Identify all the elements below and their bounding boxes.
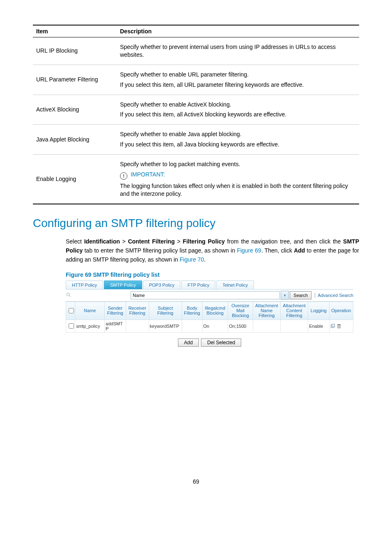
operation-cell xyxy=(329,320,353,332)
search-name-input[interactable] xyxy=(131,291,280,299)
search-dropdown-icon[interactable]: ▾ xyxy=(281,291,289,300)
header-description: Description xyxy=(117,25,359,37)
svg-line-1 xyxy=(69,295,71,297)
table-item-cell: URL IP Blocking xyxy=(33,37,117,65)
table-desc-cell: Specify whether to enable Java applet bl… xyxy=(117,125,359,155)
search-button[interactable]: Search xyxy=(290,291,311,299)
svg-rect-5 xyxy=(337,324,341,325)
row-checkbox[interactable] xyxy=(69,323,74,329)
grid-header: Logging xyxy=(308,302,330,320)
table-desc-cell: Specify whether to enable URL parameter … xyxy=(117,65,359,95)
table-item-cell: ActiveX Blocking xyxy=(33,95,117,125)
svg-rect-4 xyxy=(338,325,340,328)
table-item-cell: Enable Logging xyxy=(33,155,117,204)
grid-header: Attachment Content Filtering xyxy=(280,302,308,320)
select-all-checkbox[interactable] xyxy=(69,308,74,313)
page-number: 69 xyxy=(33,478,359,485)
tab-pop3-policy[interactable]: POP3 Policy xyxy=(143,280,181,289)
grid-header: Body Filtering xyxy=(182,302,202,320)
add-button[interactable]: Add xyxy=(178,338,199,347)
delete-icon[interactable] xyxy=(337,324,341,329)
svg-point-0 xyxy=(67,293,70,296)
edit-icon[interactable] xyxy=(330,324,335,329)
important-icon: ! xyxy=(120,172,127,180)
grid-header: Attachment Name Filtering xyxy=(253,302,280,320)
grid-header: Illegalcmd Blocking xyxy=(202,302,228,320)
del-selected-button[interactable]: Del Selected xyxy=(201,338,241,347)
figure-69-link[interactable]: Figure 69 xyxy=(237,247,261,254)
tab-http-policy[interactable]: HTTP Policy xyxy=(66,280,103,289)
advanced-search-link[interactable]: Advanced Search xyxy=(315,293,353,298)
description-table: Item Description URL IP BlockingSpecify … xyxy=(33,25,359,204)
tab-telnet-policy[interactable]: Telnet Policy xyxy=(216,280,254,289)
tab-smtp-policy[interactable]: SMTP Policy xyxy=(104,280,142,289)
search-bar: ▾ Search Advanced Search xyxy=(66,290,353,301)
table-item-cell: Java Applet Blocking xyxy=(33,125,117,155)
figure-caption: Figure 69 SMTP filtering policy list xyxy=(66,271,359,278)
grid-header: Receiver Filtering xyxy=(126,302,149,320)
table-item-cell: URL Parameter Filtering xyxy=(33,65,117,95)
policy-grid: NameSender FilteringReceiver FilteringSu… xyxy=(66,301,353,332)
search-icon xyxy=(66,292,71,299)
grid-header: Operation xyxy=(329,302,353,320)
header-item: Item xyxy=(33,25,117,37)
grid-header: Oversize Mail Blocking xyxy=(228,302,253,320)
smtp-policy-screenshot: HTTP PolicySMTP PolicyPOP3 PolicyFTP Pol… xyxy=(66,280,353,346)
grid-header: Name xyxy=(75,302,105,320)
table-desc-cell: Specify whether to enable ActiveX blocki… xyxy=(117,95,359,125)
svg-rect-3 xyxy=(332,324,334,327)
intro-paragraph: Select Identification > Content Filterin… xyxy=(33,237,359,264)
section-title: Configuring an SMTP filtering policy xyxy=(33,217,359,230)
table-row: smtp_policy addSMTP keywordSMTP On On;15… xyxy=(66,320,353,332)
policy-tabbar: HTTP PolicySMTP PolicyPOP3 PolicyFTP Pol… xyxy=(66,280,353,290)
figure-70-link[interactable]: Figure 70 xyxy=(180,256,204,263)
grid-header: Subject Filtering xyxy=(149,302,182,320)
grid-header: Sender Filtering xyxy=(105,302,126,320)
tab-ftp-policy[interactable]: FTP Policy xyxy=(181,280,215,289)
table-desc-cell: Specify whether to log packet matching e… xyxy=(117,155,359,204)
table-desc-cell: Specify whether to prevent internal user… xyxy=(117,37,359,65)
